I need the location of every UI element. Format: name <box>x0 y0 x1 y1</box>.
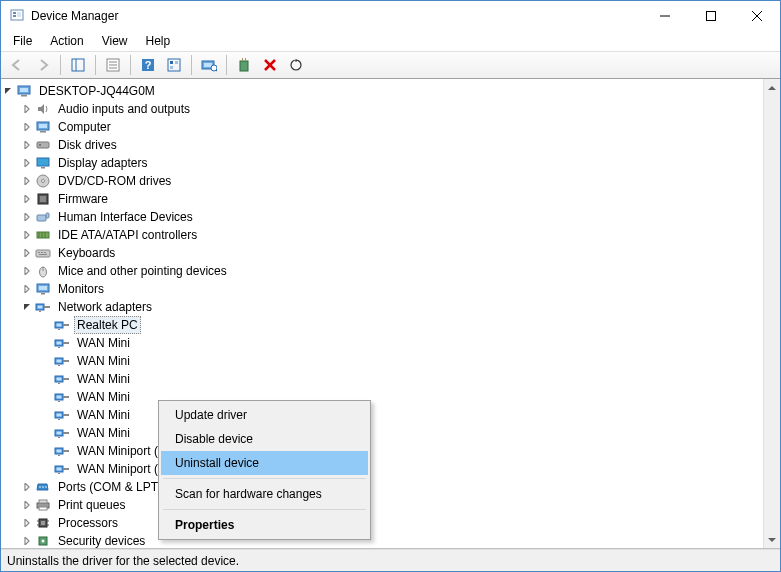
svg-point-102 <box>45 486 47 488</box>
vertical-scrollbar[interactable] <box>763 79 780 548</box>
cm-update-driver[interactable]: Update driver <box>161 403 368 427</box>
tree-category-node[interactable]: Ports (COM & LPT) <box>20 478 778 496</box>
menu-help[interactable]: Help <box>138 32 179 50</box>
menu-view[interactable]: View <box>94 32 136 50</box>
status-text: Uninstalls the driver for the selected d… <box>7 554 239 568</box>
expand-icon[interactable] <box>20 156 34 170</box>
computer-icon <box>35 119 51 135</box>
tree-category-node[interactable]: Processors <box>20 514 778 532</box>
net-icon <box>54 461 70 477</box>
tree-category-node[interactable]: Keyboards <box>20 244 778 262</box>
expand-icon[interactable] <box>20 300 34 314</box>
tree-category-node[interactable]: Audio inputs and outputs <box>20 100 778 118</box>
svg-rect-44 <box>37 215 46 221</box>
expand-icon[interactable] <box>20 138 34 152</box>
svg-rect-85 <box>57 414 62 417</box>
expand-icon[interactable] <box>20 192 34 206</box>
expand-icon[interactable] <box>20 282 34 296</box>
tree-device-node[interactable]: WAN Miniport (SSTP) <box>39 460 778 478</box>
svg-rect-66 <box>63 324 69 326</box>
menu-file[interactable]: File <box>5 32 40 50</box>
svg-rect-104 <box>39 500 47 503</box>
expand-icon[interactable] <box>1 84 15 98</box>
tree-device-node[interactable]: WAN Mini <box>39 352 778 370</box>
close-button[interactable] <box>734 1 780 31</box>
expand-icon[interactable] <box>20 264 34 278</box>
uninstall-button[interactable] <box>258 54 282 76</box>
tree-category-node[interactable]: DVD/CD-ROM drives <box>20 172 778 190</box>
svg-rect-54 <box>39 254 47 255</box>
scroll-up-icon[interactable] <box>764 79 780 96</box>
tree-root-node[interactable]: DESKTOP-JQ44G0M <box>1 82 778 100</box>
svg-rect-78 <box>63 378 69 380</box>
tree-category-node[interactable]: Security devices <box>20 532 778 548</box>
tree-category-node[interactable]: Mice and other pointing devices <box>20 262 778 280</box>
forward-button[interactable] <box>31 54 55 76</box>
tree-category-node[interactable]: Human Interface Devices <box>20 208 778 226</box>
svg-rect-51 <box>38 252 40 253</box>
maximize-button[interactable] <box>688 1 734 31</box>
minimize-button[interactable] <box>642 1 688 31</box>
svg-rect-86 <box>63 414 69 416</box>
cm-uninstall-device[interactable]: Uninstall device <box>161 451 368 475</box>
svg-rect-87 <box>58 419 60 420</box>
context-menu: Update driver Disable device Uninstall d… <box>158 400 371 540</box>
svg-rect-69 <box>57 342 62 345</box>
app-icon <box>9 8 25 24</box>
svg-rect-77 <box>57 378 62 381</box>
tree-category-node[interactable]: Display adapters <box>20 154 778 172</box>
expand-icon[interactable] <box>20 534 34 548</box>
expand-icon[interactable] <box>20 120 34 134</box>
add-legacy-button[interactable] <box>232 54 256 76</box>
tree-category-node[interactable]: Computer <box>20 118 778 136</box>
expand-icon[interactable] <box>20 246 34 260</box>
tree-node-label: WAN Mini <box>74 406 133 424</box>
expand-icon[interactable] <box>20 516 34 530</box>
hid-icon <box>35 209 51 225</box>
tree-category-node[interactable]: Monitors <box>20 280 778 298</box>
tree-device-node[interactable]: Realtek PC <box>39 316 778 334</box>
properties-button[interactable] <box>101 54 125 76</box>
tree-node-label: Human Interface Devices <box>55 208 196 226</box>
printer-icon <box>35 497 51 513</box>
tree-node-label: WAN Mini <box>74 334 133 352</box>
scroll-down-icon[interactable] <box>764 531 780 548</box>
cm-disable-device[interactable]: Disable device <box>161 427 368 451</box>
net-icon <box>54 317 70 333</box>
svg-rect-36 <box>37 142 49 148</box>
tree-device-node[interactable]: WAN Mini <box>39 406 778 424</box>
tree-device-node[interactable]: WAN Mini <box>39 388 778 406</box>
tree-node-label: Computer <box>55 118 114 136</box>
expand-icon[interactable] <box>20 174 34 188</box>
tree-category-node[interactable]: Disk drives <box>20 136 778 154</box>
expand-icon[interactable] <box>20 228 34 242</box>
back-button[interactable] <box>5 54 29 76</box>
expand-icon[interactable] <box>20 210 34 224</box>
tree-category-node[interactable]: IDE ATA/ATAPI controllers <box>20 226 778 244</box>
tree-category-node[interactable]: Firmware <box>20 190 778 208</box>
expand-icon[interactable] <box>20 498 34 512</box>
tree-node-label: Monitors <box>55 280 107 298</box>
tree-category-node[interactable]: Network adapters <box>20 298 778 316</box>
tree-device-node[interactable]: WAN Mini <box>39 424 778 442</box>
net-icon <box>54 353 70 369</box>
menu-action[interactable]: Action <box>42 32 91 50</box>
cm-properties[interactable]: Properties <box>161 513 368 537</box>
tree-category-node[interactable]: Print queues <box>20 496 778 514</box>
tree-device-node[interactable]: WAN Miniport (PPTP) <box>39 442 778 460</box>
svg-rect-18 <box>175 61 178 64</box>
tree-device-node[interactable]: WAN Mini <box>39 334 778 352</box>
show-hidden-button[interactable] <box>162 54 186 76</box>
svg-rect-25 <box>242 58 243 61</box>
device-tree[interactable]: DESKTOP-JQ44G0M Audio inputs and outputs… <box>1 79 780 548</box>
tree-device-node[interactable]: WAN Mini <box>39 370 778 388</box>
console-tree-button[interactable] <box>66 54 90 76</box>
scan-button[interactable] <box>197 54 221 76</box>
cm-scan-hardware[interactable]: Scan for hardware changes <box>161 482 368 506</box>
expand-icon[interactable] <box>20 102 34 116</box>
svg-rect-21 <box>204 63 212 67</box>
expand-icon[interactable] <box>20 480 34 494</box>
cpu-icon <box>35 515 51 531</box>
help-button[interactable]: ? <box>136 54 160 76</box>
update-driver-button[interactable] <box>284 54 308 76</box>
